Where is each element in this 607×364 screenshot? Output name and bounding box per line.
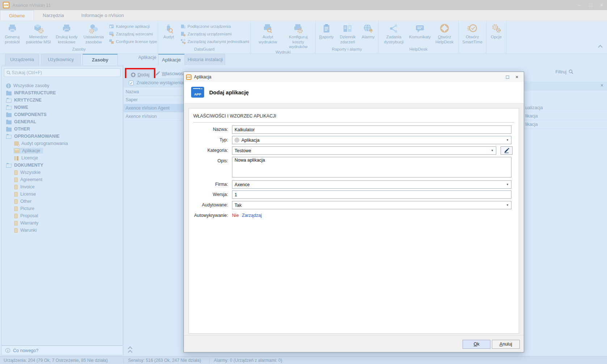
opcje-button[interactable]: Opcje [487, 23, 505, 40]
kategoria-select[interactable]: Testowe ▼ [232, 146, 496, 155]
dziennik-zdarzen-button[interactable]: Dziennik zdarzeń [337, 23, 359, 45]
sidebar-item[interactable]: INFRASTRUCTURE [2, 89, 123, 97]
ribbon-button-label: Generuj protokół [1, 35, 23, 44]
generuj-protokol-button[interactable]: Generuj protokół [1, 23, 24, 45]
nazwa-input[interactable] [232, 125, 511, 134]
configure-license-type-button[interactable]: Configure license type [109, 39, 157, 44]
otworz-helpdesk-button[interactable]: Otwórz HelpDesk [433, 23, 456, 45]
sidebar-item[interactable]: Wszystkie zasoby [2, 82, 123, 89]
barcode-printer-icon [61, 23, 72, 34]
dialog-maximize-button[interactable]: □ [503, 72, 512, 82]
audytowane-value: Tak [235, 203, 241, 208]
smarttime-clock-icon [467, 23, 478, 34]
raporty-button[interactable]: Raporty [316, 23, 337, 40]
tab-uzytkownicy[interactable]: Użytkownicy [41, 54, 81, 65]
sidebar-item[interactable]: Licencje [2, 154, 123, 162]
tab-aplikacje[interactable]: Aplikacje [158, 54, 185, 65]
konfiguruj-koszty-wydrukow-button[interactable]: Konfiguruj koszty wydruków [283, 23, 313, 50]
clear-filter-icon[interactable]: × [600, 82, 603, 88]
app-window-icon: APP [191, 87, 204, 98]
audytowane-select[interactable]: Tak ▼ [232, 201, 511, 209]
ribbon-tab-informacje[interactable]: Informacje o nVision [73, 10, 133, 21]
whats-new-link[interactable]: Co nowego? [13, 348, 38, 353]
zarzadzaj-wzorcami-button[interactable]: Zarządzaj wzorcami [109, 31, 157, 37]
autodetect-manage-link[interactable]: Zarządzaj [242, 213, 262, 218]
whats-new-bar[interactable]: i Co nowego? [1, 346, 123, 355]
gears-icon [491, 23, 502, 34]
filter-search-icon[interactable] [569, 69, 574, 76]
menedzer-pakietow-msi-button[interactable]: Menedżer pakietów MSI [24, 23, 53, 45]
sidebar-item[interactable]: COMPONENTS [2, 111, 123, 118]
tab-historia-instalacji[interactable]: Historia instalacji [185, 54, 225, 65]
maximize-button[interactable]: □ [585, 0, 596, 10]
ribbon-collapse-button[interactable] [599, 44, 602, 50]
distribution-tasks-icon [388, 23, 399, 34]
sidebar-item[interactable]: Agreement [2, 176, 123, 183]
sidebar-item[interactable]: Picture [2, 205, 123, 212]
komunikaty-button[interactable]: Komunikaty [407, 23, 433, 40]
sidebar-item-label: Invoice [20, 184, 35, 189]
autodetect-no-link[interactable]: Nie [232, 213, 239, 218]
nazwa-label: Nazwa: [189, 125, 228, 134]
audyt-wydrukow-button[interactable]: Audyt wydruków [253, 23, 283, 45]
checkbox-checked-icon[interactable]: ✓ [129, 81, 134, 85]
opis-textarea[interactable]: Nowa aplikacja [232, 157, 511, 177]
sidebar-item[interactable]: Proposal [2, 212, 123, 219]
ribbon-button-label: Menedżer pakietów MSI [24, 35, 52, 44]
zadania-dystrybucji-button[interactable]: Zadania dystrybucji [381, 23, 407, 45]
dialog-close-button[interactable]: × [512, 72, 522, 82]
doc-icon [14, 199, 18, 204]
sidebar-item[interactable]: DOKUMENTY [2, 162, 123, 169]
chevron-down-icon[interactable]: ▼ [506, 183, 509, 186]
search-input[interactable] [11, 70, 118, 76]
properties-button[interactable]: Właściwości [155, 71, 186, 76]
chevron-down-icon[interactable]: ▼ [491, 149, 494, 152]
sidebar-item[interactable]: Aplikacje [2, 147, 123, 154]
sidebar-item[interactable]: Invoice [2, 183, 123, 190]
sidebar-item[interactable]: NOWE [2, 104, 123, 111]
section-divider [193, 122, 514, 123]
zarzadzaj-urzadzeniami-button[interactable]: Zarządzaj urządzeniami [181, 31, 249, 37]
minimize-button[interactable]: – [574, 0, 585, 10]
tab-urzadzenia[interactable]: Urządzenia [5, 54, 39, 65]
found-occurrences-label: Znalezione wystąpienia: [136, 80, 185, 85]
otworz-smarttime-button[interactable]: Otwórz SmartTime [459, 23, 485, 45]
wersja-input[interactable] [232, 190, 511, 199]
sidebar-item[interactable]: OPROGRAMOWANIE [2, 133, 123, 140]
sidebar-item[interactable]: KRYTYCZNE [2, 97, 123, 104]
chevron-down-icon[interactable]: ▼ [506, 204, 509, 207]
sidebar-item-label: OTHER [14, 127, 30, 132]
sidebar-item[interactable]: Other [2, 198, 123, 205]
podlaczone-urzadzenia-button[interactable]: Podłączone urządzenia [181, 24, 249, 29]
zarzadzaj-zaufanymi-jednostkami-button[interactable]: Zarządzaj zaufanymi jednostkami [181, 39, 249, 44]
folder-icon [6, 91, 12, 95]
sidebar-item[interactable]: Warranty [2, 219, 123, 227]
ok-button[interactable]: Ok [463, 340, 490, 349]
panel-scroll-up-control[interactable] [128, 347, 132, 354]
typ-select[interactable]: Aplikacja ▼ [232, 136, 511, 144]
sidebar-item[interactable]: License [2, 190, 123, 198]
sidebar-item[interactable]: Wszystkie [2, 169, 123, 176]
edit-category-button[interactable] [501, 146, 513, 155]
audyt-button[interactable]: Audyt [159, 23, 178, 40]
kategorie-aplikacji-button[interactable]: Kategorie aplikacji [109, 24, 157, 29]
alarmy-button[interactable]: Alarmy [359, 23, 378, 40]
close-button[interactable]: × [596, 0, 607, 10]
tab-zasoby[interactable]: Zasoby [83, 54, 118, 65]
firma-select[interactable]: Axence ▼ [232, 180, 511, 189]
ribbon-tab-narzedzia[interactable]: Narzędzia [34, 10, 73, 21]
sidebar-item[interactable]: OTHER [2, 125, 123, 133]
drukuj-kody-kreskowe-button[interactable]: Drukuj kody kreskowe [53, 23, 80, 45]
ustawienia-zasobow-button[interactable]: Ustawienia zasobów [80, 23, 107, 45]
ribbon-tab-glowne[interactable]: Główne [0, 10, 34, 21]
chevron-down-icon[interactable]: ▼ [506, 138, 509, 142]
sidebar-item[interactable]: Warunki [2, 227, 123, 234]
sidebar-item[interactable]: GENERAL [2, 118, 123, 125]
cancel-button[interactable]: Anuluj [492, 340, 520, 349]
sidebar-item-label: INFRASTRUCTURE [14, 90, 56, 95]
sidebar-item[interactable]: Audyt oprogramowania [2, 140, 123, 147]
search-box[interactable] [4, 68, 121, 77]
application-disc-icon [235, 138, 239, 142]
folder-icon [6, 128, 12, 132]
titlebar: nV Axence nVision 11 – □ × [0, 0, 607, 10]
